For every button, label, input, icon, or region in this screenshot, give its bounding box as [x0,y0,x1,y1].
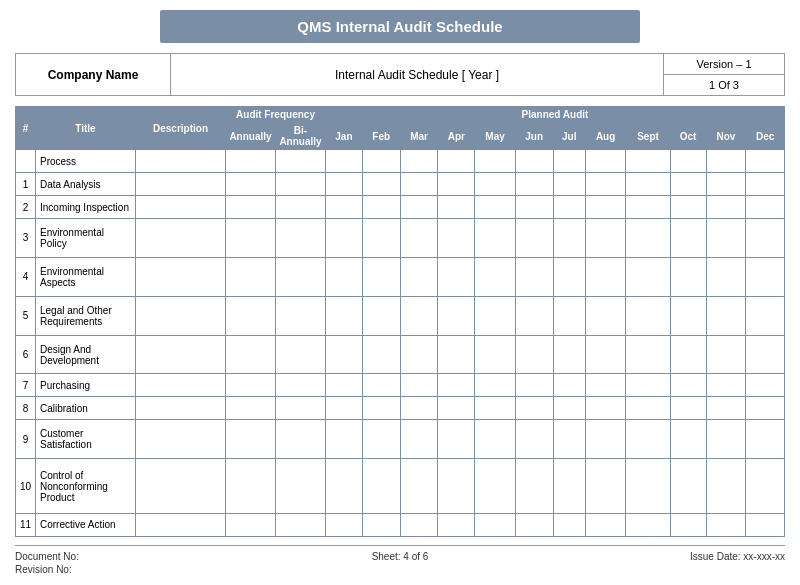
row-month-aug [585,420,626,459]
row-month-nov [706,150,746,173]
row-month-sept [626,150,670,173]
group-planned: Planned Audit [326,107,785,123]
row-month-aug [585,150,626,173]
row-month-apr [438,420,475,459]
row-bi-annually [276,420,326,459]
table-row: 4Environmental Aspects [16,257,785,296]
table-row: 1Data Analysis [16,173,785,196]
row-month-oct [670,257,706,296]
table-row: 10Control of Nonconforming Product [16,459,785,514]
row-month-aug [585,219,626,258]
row-num: 2 [16,196,36,219]
row-title: Data Analysis [36,173,136,196]
row-month-jan [326,173,363,196]
row-bi-annually [276,257,326,296]
row-description [136,173,226,196]
row-month-sept [626,397,670,420]
row-month-oct [670,196,706,219]
col-apr: Apr [438,123,475,150]
page-number: 1 Of 3 [664,75,784,95]
row-month-sept [626,219,670,258]
row-month-nov [706,459,746,514]
row-month-jun [515,296,553,335]
row-month-oct [670,173,706,196]
row-month-sept [626,513,670,536]
row-title: Incoming Inspection [36,196,136,219]
col-jun: Jun [515,123,553,150]
row-num: 1 [16,173,36,196]
row-month-oct [670,420,706,459]
col-description-header: Description [136,107,226,150]
row-annually [226,459,276,514]
col-title-header: Title [36,107,136,150]
row-month-oct [670,397,706,420]
row-month-jun [515,513,553,536]
row-month-jan [326,196,363,219]
header-info: Company Name Internal Audit Schedule [ Y… [15,53,785,96]
row-month-jan [326,397,363,420]
row-month-may [475,257,516,296]
row-month-jul [553,513,585,536]
row-month-aug [585,374,626,397]
row-description [136,420,226,459]
table-row: 2Incoming Inspection [16,196,785,219]
row-month-apr [438,335,475,374]
row-month-apr [438,219,475,258]
row-month-sept [626,296,670,335]
row-month-jul [553,150,585,173]
row-month-oct [670,150,706,173]
row-month-jun [515,196,553,219]
row-annually [226,196,276,219]
row-month-jan [326,257,363,296]
row-month-feb [362,374,400,397]
row-month-nov [706,196,746,219]
row-description [136,513,226,536]
row-description [136,150,226,173]
row-month-jul [553,173,585,196]
col-sept: Sept [626,123,670,150]
col-aug: Aug [585,123,626,150]
row-month-feb [362,196,400,219]
row-month-dec [746,420,785,459]
row-month-may [475,296,516,335]
row-month-nov [706,173,746,196]
row-month-jun [515,173,553,196]
row-month-sept [626,459,670,514]
row-title: Customer Satisfaction [36,420,136,459]
row-annually [226,335,276,374]
row-month-mar [400,335,438,374]
row-month-dec [746,196,785,219]
row-title: Legal and Other Requirements [36,296,136,335]
row-description [136,397,226,420]
footer-right: Issue Date: xx-xxx-xx [528,551,785,575]
row-month-mar [400,420,438,459]
row-month-feb [362,296,400,335]
col-hash: # [16,107,36,150]
table-row: 6Design And Development [16,335,785,374]
company-name: Company Name [16,54,171,95]
row-month-may [475,150,516,173]
row-month-jan [326,219,363,258]
row-month-mar [400,257,438,296]
table-header-row1: # Title Description Audit Frequency Plan… [16,107,785,123]
row-bi-annually [276,296,326,335]
row-title: Control of Nonconforming Product [36,459,136,514]
row-month-aug [585,257,626,296]
col-oct: Oct [670,123,706,150]
row-month-oct [670,459,706,514]
row-month-mar [400,173,438,196]
row-month-jan [326,335,363,374]
col-annually: Annually [226,123,276,150]
row-annually [226,150,276,173]
row-month-aug [585,196,626,219]
row-month-feb [362,150,400,173]
row-month-apr [438,173,475,196]
row-month-jun [515,219,553,258]
row-month-jan [326,420,363,459]
col-bi-annually: Bi-Annually [276,123,326,150]
row-month-feb [362,420,400,459]
row-month-nov [706,335,746,374]
row-bi-annually [276,150,326,173]
col-dec: Dec [746,123,785,150]
row-month-aug [585,296,626,335]
